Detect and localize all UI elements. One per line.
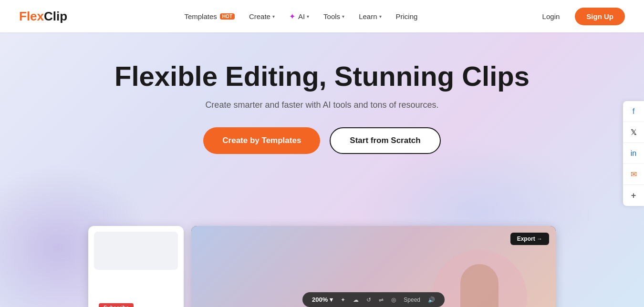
- nav-item-pricing[interactable]: Pricing: [390, 9, 424, 24]
- toolbar-cloud-icon[interactable]: ☁: [353, 297, 359, 303]
- logo[interactable]: FlexClip: [19, 9, 67, 24]
- logo-flex: Flex: [19, 9, 44, 24]
- toolbar-rotate-icon[interactable]: ↺: [366, 297, 371, 303]
- social-sidebar: f 𝕏 in ✉ +: [623, 101, 644, 206]
- chevron-down-icon: ▾: [307, 14, 309, 19]
- editor-toolbar: 200% ▾ ✦ ☁ ↺ ⇌ ◎ Speed 🔊: [302, 292, 445, 307]
- nav-ai-label: AI: [298, 12, 305, 20]
- hero-section: Flexible Editing, Stunning Clips Create …: [0, 32, 644, 307]
- email-share-button[interactable]: ✉: [623, 164, 644, 185]
- nav-links: Templates HOT Create ▾ ✦ AI ▾ Tools ▾ Le…: [178, 8, 423, 25]
- editor-main-panel: Export → 200% ▾ ✦ ☁ ↺ ⇌ ◎ Speed 🔊: [191, 226, 556, 307]
- facebook-icon: f: [633, 107, 634, 116]
- toolbar-flip-icon[interactable]: ⇌: [379, 297, 384, 303]
- chevron-down-icon: ▾: [330, 296, 333, 303]
- zoom-level: 200%: [312, 296, 328, 303]
- create-by-templates-button[interactable]: Create by Templates: [203, 127, 320, 154]
- signup-button[interactable]: Sign Up: [575, 8, 625, 25]
- more-share-button[interactable]: +: [623, 185, 644, 206]
- nav-item-learn[interactable]: Learn ▾: [353, 9, 387, 24]
- nav-right: Login Sign Up: [535, 8, 625, 25]
- toolbar-speed-label[interactable]: Speed: [404, 297, 420, 303]
- nav-pricing-label: Pricing: [396, 12, 418, 20]
- chevron-down-icon: ▾: [379, 14, 382, 19]
- nav-item-templates[interactable]: Templates HOT: [178, 9, 240, 24]
- email-icon: ✉: [631, 170, 637, 179]
- hot-badge: HOT: [220, 13, 235, 20]
- hero-subtitle: Create smarter and faster with AI tools …: [205, 100, 438, 110]
- hero-title: Flexible Editing, Stunning Clips: [114, 61, 530, 92]
- nav-item-create[interactable]: Create ▾: [243, 9, 280, 24]
- more-icon: +: [631, 191, 636, 201]
- nav-item-tools[interactable]: Tools ▾: [318, 9, 350, 24]
- panel-preview: [94, 232, 178, 270]
- editor-left-panel: Subscribe: [88, 226, 184, 307]
- toolbar-timer-icon[interactable]: ◎: [391, 297, 396, 303]
- toolbar-magic-icon[interactable]: ✦: [341, 297, 345, 303]
- logo-clip: Clip: [44, 9, 67, 24]
- start-from-scratch-button[interactable]: Start from Scratch: [330, 127, 440, 154]
- nav-create-label: Create: [249, 12, 270, 20]
- nav-learn-label: Learn: [359, 12, 377, 20]
- chevron-down-icon: ▾: [272, 14, 275, 19]
- nav-templates-label: Templates: [184, 12, 217, 20]
- subscribe-badge: Subscribe: [99, 303, 134, 307]
- nav-item-ai[interactable]: ✦ AI ▾: [283, 8, 315, 25]
- zoom-control[interactable]: 200% ▾: [312, 296, 333, 303]
- chevron-down-icon: ▾: [342, 14, 344, 19]
- login-button[interactable]: Login: [535, 9, 568, 24]
- linkedin-share-button[interactable]: in: [623, 143, 644, 164]
- linkedin-icon: in: [631, 149, 636, 158]
- toolbar-volume-icon[interactable]: 🔊: [428, 297, 435, 303]
- twitter-icon: 𝕏: [631, 128, 637, 137]
- nav-tools-label: Tools: [323, 12, 340, 20]
- twitter-share-button[interactable]: 𝕏: [623, 122, 644, 143]
- ai-sparkle-icon: ✦: [289, 12, 295, 21]
- facebook-share-button[interactable]: f: [623, 101, 644, 122]
- hero-buttons: Create by Templates Start from Scratch: [203, 127, 440, 154]
- navbar: FlexClip Templates HOT Create ▾ ✦ AI ▾ T…: [0, 0, 644, 32]
- editor-mockup: Subscribe Export → 200% ▾ ✦ ☁ ↺ ⇌ ◎ Spee…: [88, 226, 556, 307]
- export-button[interactable]: Export →: [510, 233, 549, 245]
- person-silhouette: [460, 264, 499, 307]
